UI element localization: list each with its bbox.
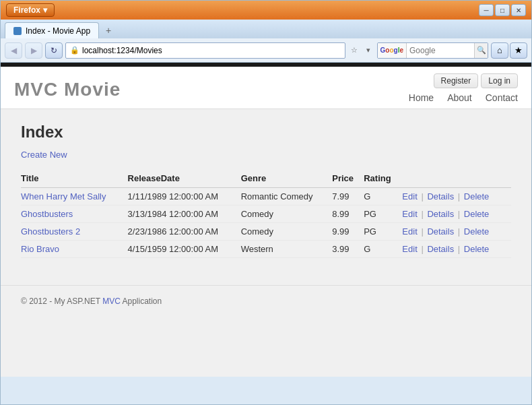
- search-input[interactable]: [407, 46, 474, 55]
- search-box[interactable]: Google 🔍: [377, 42, 488, 59]
- login-button[interactable]: Log in: [481, 73, 518, 88]
- search-glass-icon: 🔍: [477, 46, 486, 55]
- separator-2: |: [458, 226, 463, 237]
- home-toolbar-button[interactable]: ⌂: [491, 42, 508, 59]
- movie-price-cell: 3.99: [332, 241, 364, 258]
- forward-button[interactable]: ▶: [25, 42, 42, 59]
- lock-icon: 🔒: [70, 46, 79, 55]
- extensions-button[interactable]: ★: [510, 42, 527, 59]
- movie-release-cell: 4/15/1959 12:00:00 AM: [128, 241, 241, 258]
- create-new-link[interactable]: Create New: [21, 150, 67, 160]
- maximize-button[interactable]: □: [495, 4, 510, 16]
- movie-actions-cell: Edit | Details | Delete: [402, 188, 511, 206]
- separator-2: |: [458, 209, 463, 219]
- movie-title-link[interactable]: When Harry Met Sally: [21, 191, 106, 201]
- new-tab-button[interactable]: +: [102, 24, 115, 37]
- delete-link[interactable]: Delete: [464, 191, 490, 201]
- movie-actions-cell: Edit | Details | Delete: [402, 223, 511, 241]
- main-nav: Home About Contact: [409, 92, 518, 108]
- movie-actions-cell: Edit | Details | Delete: [402, 206, 511, 223]
- movie-genre-cell: Comedy: [241, 206, 333, 223]
- address-bar-input[interactable]: 🔒 localhost:1234/Movies: [65, 42, 345, 59]
- bookmark-down-icon[interactable]: ▾: [362, 44, 374, 57]
- auth-buttons: Register Log in: [434, 73, 518, 88]
- maximize-icon: □: [500, 7, 504, 14]
- movie-title-cell: Ghostbusters: [21, 206, 128, 223]
- search-go-button[interactable]: 🔍: [474, 43, 488, 58]
- firefox-label: Firefox: [13, 5, 40, 15]
- header-right: Register Log in Home About Contact: [409, 73, 518, 108]
- minimize-icon: ─: [484, 7, 488, 14]
- separator-2: |: [458, 191, 463, 201]
- active-tab[interactable]: Index - Movie App: [5, 22, 99, 38]
- site-footer: © 2012 - My ASP.NET MVC Application: [1, 285, 531, 317]
- movie-title-link[interactable]: Ghostbusters 2: [21, 226, 80, 237]
- details-link[interactable]: Details: [427, 244, 454, 254]
- movie-price-cell: 8.99: [332, 206, 364, 223]
- movie-release-cell: 2/23/1986 12:00:00 AM: [128, 223, 241, 241]
- edit-link[interactable]: Edit: [402, 209, 417, 219]
- movie-title-cell: Ghostbusters 2: [21, 223, 128, 241]
- col-header-release: ReleaseDate: [128, 170, 241, 188]
- firefox-menu-button[interactable]: Firefox ▾: [6, 3, 55, 17]
- minimize-button[interactable]: ─: [479, 4, 494, 16]
- movie-price-cell: 7.99: [332, 188, 364, 206]
- extensions-icon: ★: [514, 45, 523, 55]
- bookmark-star-icon[interactable]: ☆: [348, 44, 360, 57]
- tab-favicon: [13, 27, 22, 35]
- table-row: Ghostbusters 3/13/1984 12:00:00 AM Comed…: [21, 206, 511, 223]
- close-button[interactable]: ✕: [511, 4, 526, 16]
- col-header-price: Price: [332, 170, 364, 188]
- nav-home[interactable]: Home: [409, 92, 434, 103]
- site-logo: MVC Movie: [14, 73, 121, 106]
- site-header: MVC Movie Register Log in Home About Con…: [1, 67, 531, 109]
- separator-1: |: [421, 191, 426, 201]
- home-icon: ⌂: [497, 45, 502, 55]
- col-header-rating: Rating: [364, 170, 402, 188]
- nav-about[interactable]: About: [447, 92, 472, 103]
- register-button[interactable]: Register: [434, 73, 479, 88]
- delete-link[interactable]: Delete: [464, 244, 490, 254]
- separator-1: |: [421, 244, 426, 254]
- delete-link[interactable]: Delete: [464, 209, 490, 219]
- footer-mvc-link[interactable]: MVC: [102, 297, 121, 306]
- footer-suffix: Application: [122, 297, 162, 306]
- details-link[interactable]: Details: [427, 209, 454, 219]
- movie-title-link[interactable]: Rio Bravo: [21, 244, 59, 254]
- movie-title-cell: Rio Bravo: [21, 241, 128, 258]
- close-icon: ✕: [516, 7, 521, 14]
- movie-release-cell: 3/13/1984 12:00:00 AM: [128, 206, 241, 223]
- separator-2: |: [458, 244, 463, 254]
- details-link[interactable]: Details: [427, 226, 454, 237]
- edit-link[interactable]: Edit: [402, 226, 417, 237]
- site-content: Index Create New Title ReleaseDate Genre…: [1, 109, 531, 272]
- footer-text: © 2012 - My ASP.NET MVC Application: [21, 297, 511, 306]
- back-button[interactable]: ◀: [5, 42, 22, 59]
- movie-rating-cell: G: [364, 188, 402, 206]
- refresh-icon: ↻: [51, 46, 57, 55]
- firefox-dropdown-icon: ▾: [43, 5, 47, 15]
- movies-table: Title ReleaseDate Genre Price Rating Whe…: [21, 170, 511, 258]
- col-header-title: Title: [21, 170, 128, 188]
- footer-copyright: © 2012 - My ASP.NET: [21, 297, 100, 306]
- nav-contact[interactable]: Contact: [486, 92, 518, 103]
- details-link[interactable]: Details: [427, 191, 454, 201]
- table-row: Ghostbusters 2 2/23/1986 12:00:00 AM Com…: [21, 223, 511, 241]
- movie-genre-cell: Western: [241, 241, 333, 258]
- action-links: Edit | Details | Delete: [402, 209, 489, 219]
- action-links: Edit | Details | Delete: [402, 226, 489, 237]
- movie-title-cell: When Harry Met Sally: [21, 188, 128, 206]
- back-icon: ◀: [11, 46, 17, 55]
- movie-actions-cell: Edit | Details | Delete: [402, 241, 511, 258]
- edit-link[interactable]: Edit: [402, 191, 417, 201]
- forward-icon: ▶: [31, 46, 37, 55]
- col-header-actions: [402, 170, 511, 188]
- movie-title-link[interactable]: Ghostbusters: [21, 209, 73, 219]
- edit-link[interactable]: Edit: [402, 244, 417, 254]
- refresh-button[interactable]: ↻: [45, 42, 63, 59]
- tab-title: Index - Movie App: [26, 26, 90, 36]
- table-row: Rio Bravo 4/15/1959 12:00:00 AM Western …: [21, 241, 511, 258]
- delete-link[interactable]: Delete: [464, 226, 490, 237]
- movie-rating-cell: G: [364, 241, 402, 258]
- action-links: Edit | Details | Delete: [402, 244, 489, 254]
